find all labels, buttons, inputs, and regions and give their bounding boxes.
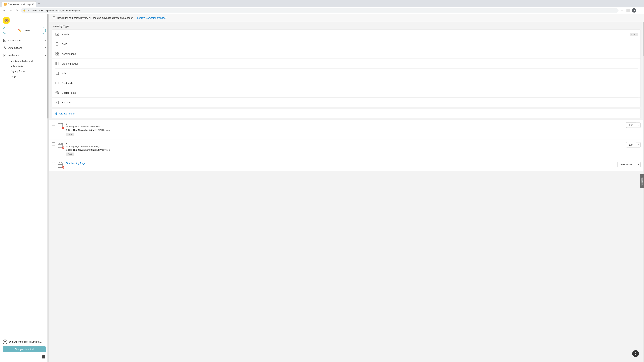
create-folder-row[interactable]: ⊕ Create Folder	[52, 109, 641, 118]
svg-rect-9	[56, 54, 57, 55]
edited-label-1: Edited	[66, 129, 72, 131]
landing-pages-icon	[55, 61, 60, 66]
campaign-dropdown-button-3[interactable]: ▾	[636, 162, 641, 167]
campaign-edit-button-2[interactable]: Edit	[626, 142, 636, 147]
sidebar-item-audience[interactable]: Audience ▴	[0, 51, 48, 59]
campaigns-label: Campaigns	[8, 39, 43, 42]
explore-campaign-manager-link[interactable]: Explore Campaign Manager	[137, 16, 166, 19]
edited-date-2: Thu, November 30th 2:12 PM	[73, 149, 103, 151]
postcards-label: Postcards	[62, 82, 638, 84]
automations-type-icon	[55, 51, 60, 56]
feedback-tab[interactable]: Feedback	[640, 174, 644, 188]
collapse-sidebar-button[interactable]: ⬛	[41, 354, 46, 359]
trial-info: ⏱ 90 days left to access a free trial.	[3, 340, 46, 344]
svg-point-3	[5, 54, 6, 55]
automations-chevron: ▾	[45, 46, 46, 49]
sidebar-item-tags[interactable]: Tags	[8, 74, 48, 79]
campaign-edit-2: Edited Thu, November 30th 2:12 PM by you	[66, 149, 624, 151]
svg-rect-16	[58, 143, 63, 148]
campaign-icon-2: ♥	[57, 142, 64, 148]
campaign-status-1: Draft	[66, 133, 74, 136]
sidebar-scrollbar[interactable]	[47, 14, 48, 362]
heart-icon-1: ♥	[62, 127, 64, 129]
social-posts-icon	[55, 90, 60, 95]
browser-chrome: M Campaigns | Mailchimp ✕ + ← → ↻ 🔒 us21…	[0, 0, 644, 14]
tab-favicon: M	[4, 3, 6, 5]
sidebar-item-all-contacts[interactable]: All contacts	[8, 64, 48, 69]
campaign-checkbox-1[interactable]	[52, 123, 55, 126]
campaign-edit-button-1[interactable]: Edit	[626, 122, 636, 128]
campaign-info-2: s Landing page · Audience: Moodjoy Edite…	[66, 142, 624, 156]
type-item-automations[interactable]: Automations	[52, 49, 640, 59]
incognito-profile[interactable]: S	[632, 8, 636, 12]
sidebar-item-automations[interactable]: Automations ▾	[0, 44, 48, 51]
view-by-type-header: View by Type	[49, 22, 644, 29]
menu-button[interactable]: ⋮	[638, 8, 642, 13]
mailchimp-logo[interactable]: 🐵	[3, 17, 10, 24]
heart-icon-2: ♥	[62, 146, 64, 149]
back-button[interactable]: ←	[2, 8, 7, 12]
forward-button[interactable]: →	[8, 8, 13, 12]
content-area: View by Type Emails Draft	[49, 22, 644, 362]
campaign-info-1: s Landing page · Audience: Moodjoy Edite…	[66, 122, 624, 136]
type-item-sms[interactable]: SMS	[52, 39, 640, 49]
main-scrollbar[interactable]	[643, 22, 644, 362]
edited-suffix-1: by you	[103, 129, 110, 131]
type-item-social-posts[interactable]: Social Posts	[52, 88, 640, 97]
refresh-button[interactable]: ↻	[15, 8, 19, 13]
campaign-dropdown-button-2[interactable]: ▾	[636, 142, 641, 147]
campaign-checkbox-3[interactable]	[52, 162, 55, 165]
browser-action-buttons: ☆ ⬜ S ⋮	[620, 8, 642, 13]
campaign-card-1: ♥ s Landing page · Audience: Moodjoy Edi…	[49, 120, 644, 139]
create-button[interactable]: ✏️ Create	[3, 27, 46, 34]
edited-date-1: Thu, November 30th 2:12 PM	[73, 129, 103, 131]
active-tab[interactable]: M Campaigns | Mailchimp ✕	[1, 1, 36, 7]
create-button-wrapper: ✏️ Create	[0, 25, 48, 36]
help-button[interactable]: ?	[632, 350, 639, 357]
campaign-dropdown-button-1[interactable]: ▾	[636, 122, 641, 128]
automations-icon	[3, 46, 7, 50]
svg-rect-8	[58, 52, 59, 53]
automations-label: Automations	[8, 46, 43, 49]
emails-label: Emails	[62, 33, 628, 36]
svg-rect-11	[56, 62, 59, 65]
surveys-label: Surveys	[62, 101, 638, 104]
url-bar[interactable]: 🔒 us21.admin.mailchimp.com/campaigns/#t:…	[21, 8, 618, 12]
trial-section: ⏱ 90 days left to access a free trial. S…	[0, 337, 48, 362]
sms-label: SMS	[62, 43, 638, 45]
sidebar-item-campaigns[interactable]: Campaigns ▾	[0, 37, 48, 44]
main-scroll-thumb	[643, 22, 644, 56]
days-left: 90 days left	[9, 341, 21, 343]
start-trial-button[interactable]: Start your free trial	[3, 346, 46, 352]
svg-point-6	[57, 45, 57, 45]
sidebar-scroll-thumb	[47, 14, 48, 118]
new-tab-button[interactable]: +	[37, 1, 41, 6]
extensions-button[interactable]: ⬜	[626, 8, 630, 13]
svg-rect-7	[56, 52, 57, 53]
edited-suffix-2: by you	[103, 149, 110, 151]
type-list: Emails Draft SMS Automatio	[52, 29, 641, 107]
audience-label: Audience	[8, 54, 43, 57]
type-item-postcards[interactable]: Postcards	[52, 78, 640, 88]
collapse-area: ⬛	[3, 354, 46, 359]
sms-icon	[55, 42, 60, 46]
svg-point-2	[4, 54, 5, 55]
sidebar-item-signup-forms[interactable]: Signup forms	[8, 69, 48, 74]
svg-rect-4	[56, 33, 59, 36]
view-report-button-3[interactable]: View Report	[618, 162, 636, 167]
sidebar-item-audience-dashboard[interactable]: Audience dashboard	[8, 59, 48, 64]
incognito-label: S	[634, 9, 635, 11]
view-by-type-label: View by Type	[53, 25, 70, 28]
svg-rect-17	[58, 163, 63, 167]
campaign-card-3: ♥ Test Landing Page View Report ▾	[49, 159, 644, 171]
type-item-landing-pages[interactable]: Landing pages	[52, 59, 640, 68]
type-item-emails[interactable]: Emails Draft	[52, 30, 640, 39]
calendar-icon-wrap-1: ♥	[57, 122, 64, 129]
type-item-surveys[interactable]: Surveys	[52, 98, 640, 107]
campaign-checkbox-2[interactable]	[52, 142, 55, 145]
type-item-ads[interactable]: Ads	[52, 68, 640, 78]
close-tab-button[interactable]: ✕	[32, 3, 34, 5]
campaign-name-1: s	[66, 122, 624, 125]
ads-label: Ads	[62, 72, 638, 75]
bookmark-button[interactable]: ☆	[620, 8, 624, 13]
